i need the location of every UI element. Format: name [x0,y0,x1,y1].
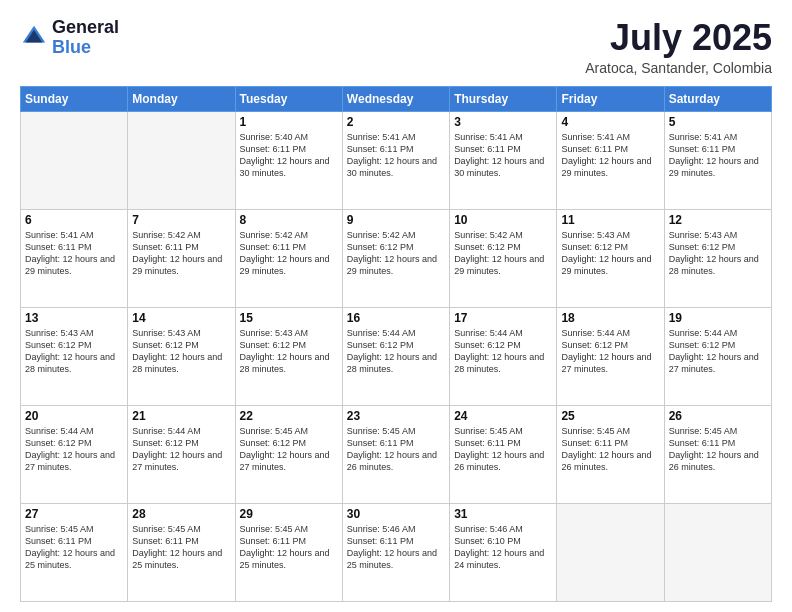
day-cell: 16Sunrise: 5:44 AM Sunset: 6:12 PM Dayli… [342,307,449,405]
day-cell: 20Sunrise: 5:44 AM Sunset: 6:12 PM Dayli… [21,405,128,503]
day-number: 12 [669,213,767,227]
day-info: Sunrise: 5:43 AM Sunset: 6:12 PM Dayligh… [25,327,123,376]
day-cell: 22Sunrise: 5:45 AM Sunset: 6:12 PM Dayli… [235,405,342,503]
day-info: Sunrise: 5:41 AM Sunset: 6:11 PM Dayligh… [561,131,659,180]
day-cell: 11Sunrise: 5:43 AM Sunset: 6:12 PM Dayli… [557,209,664,307]
day-cell: 31Sunrise: 5:46 AM Sunset: 6:10 PM Dayli… [450,503,557,601]
day-cell [557,503,664,601]
day-number: 17 [454,311,552,325]
day-cell: 15Sunrise: 5:43 AM Sunset: 6:12 PM Dayli… [235,307,342,405]
day-number: 9 [347,213,445,227]
day-info: Sunrise: 5:41 AM Sunset: 6:11 PM Dayligh… [347,131,445,180]
day-cell: 8Sunrise: 5:42 AM Sunset: 6:11 PM Daylig… [235,209,342,307]
day-number: 31 [454,507,552,521]
day-number: 8 [240,213,338,227]
day-number: 5 [669,115,767,129]
day-number: 19 [669,311,767,325]
day-number: 24 [454,409,552,423]
weekday-sunday: Sunday [21,86,128,111]
day-info: Sunrise: 5:45 AM Sunset: 6:11 PM Dayligh… [25,523,123,572]
day-number: 18 [561,311,659,325]
day-cell: 28Sunrise: 5:45 AM Sunset: 6:11 PM Dayli… [128,503,235,601]
day-cell [21,111,128,209]
day-number: 22 [240,409,338,423]
day-info: Sunrise: 5:45 AM Sunset: 6:11 PM Dayligh… [132,523,230,572]
day-info: Sunrise: 5:44 AM Sunset: 6:12 PM Dayligh… [25,425,123,474]
day-number: 27 [25,507,123,521]
weekday-wednesday: Wednesday [342,86,449,111]
day-number: 23 [347,409,445,423]
day-info: Sunrise: 5:45 AM Sunset: 6:11 PM Dayligh… [454,425,552,474]
day-info: Sunrise: 5:45 AM Sunset: 6:11 PM Dayligh… [240,523,338,572]
logo: General Blue [20,18,119,58]
day-info: Sunrise: 5:43 AM Sunset: 6:12 PM Dayligh… [240,327,338,376]
day-number: 16 [347,311,445,325]
day-cell: 2Sunrise: 5:41 AM Sunset: 6:11 PM Daylig… [342,111,449,209]
logo-blue: Blue [52,38,119,58]
day-info: Sunrise: 5:45 AM Sunset: 6:11 PM Dayligh… [669,425,767,474]
day-cell: 26Sunrise: 5:45 AM Sunset: 6:11 PM Dayli… [664,405,771,503]
day-info: Sunrise: 5:45 AM Sunset: 6:11 PM Dayligh… [561,425,659,474]
day-info: Sunrise: 5:43 AM Sunset: 6:12 PM Dayligh… [561,229,659,278]
day-info: Sunrise: 5:44 AM Sunset: 6:12 PM Dayligh… [669,327,767,376]
day-info: Sunrise: 5:40 AM Sunset: 6:11 PM Dayligh… [240,131,338,180]
day-cell: 7Sunrise: 5:42 AM Sunset: 6:11 PM Daylig… [128,209,235,307]
week-row-0: 1Sunrise: 5:40 AM Sunset: 6:11 PM Daylig… [21,111,772,209]
day-cell: 18Sunrise: 5:44 AM Sunset: 6:12 PM Dayli… [557,307,664,405]
month-year: July 2025 [585,18,772,58]
day-info: Sunrise: 5:41 AM Sunset: 6:11 PM Dayligh… [454,131,552,180]
day-cell: 21Sunrise: 5:44 AM Sunset: 6:12 PM Dayli… [128,405,235,503]
day-info: Sunrise: 5:44 AM Sunset: 6:12 PM Dayligh… [347,327,445,376]
day-number: 20 [25,409,123,423]
weekday-saturday: Saturday [664,86,771,111]
day-number: 4 [561,115,659,129]
day-number: 21 [132,409,230,423]
day-number: 25 [561,409,659,423]
day-info: Sunrise: 5:45 AM Sunset: 6:11 PM Dayligh… [347,425,445,474]
day-info: Sunrise: 5:45 AM Sunset: 6:12 PM Dayligh… [240,425,338,474]
day-cell [128,111,235,209]
day-cell: 24Sunrise: 5:45 AM Sunset: 6:11 PM Dayli… [450,405,557,503]
day-number: 3 [454,115,552,129]
day-number: 7 [132,213,230,227]
day-cell: 6Sunrise: 5:41 AM Sunset: 6:11 PM Daylig… [21,209,128,307]
day-cell: 30Sunrise: 5:46 AM Sunset: 6:11 PM Dayli… [342,503,449,601]
location: Aratoca, Santander, Colombia [585,60,772,76]
logo-icon [20,23,48,51]
day-cell: 14Sunrise: 5:43 AM Sunset: 6:12 PM Dayli… [128,307,235,405]
weekday-thursday: Thursday [450,86,557,111]
day-number: 10 [454,213,552,227]
day-number: 1 [240,115,338,129]
title-block: July 2025 Aratoca, Santander, Colombia [585,18,772,76]
page: General Blue July 2025 Aratoca, Santande… [0,0,792,612]
weekday-friday: Friday [557,86,664,111]
day-number: 29 [240,507,338,521]
week-row-1: 6Sunrise: 5:41 AM Sunset: 6:11 PM Daylig… [21,209,772,307]
day-info: Sunrise: 5:46 AM Sunset: 6:11 PM Dayligh… [347,523,445,572]
day-info: Sunrise: 5:42 AM Sunset: 6:12 PM Dayligh… [347,229,445,278]
day-number: 2 [347,115,445,129]
day-info: Sunrise: 5:41 AM Sunset: 6:11 PM Dayligh… [25,229,123,278]
day-cell: 12Sunrise: 5:43 AM Sunset: 6:12 PM Dayli… [664,209,771,307]
day-cell: 10Sunrise: 5:42 AM Sunset: 6:12 PM Dayli… [450,209,557,307]
week-row-3: 20Sunrise: 5:44 AM Sunset: 6:12 PM Dayli… [21,405,772,503]
calendar-table: SundayMondayTuesdayWednesdayThursdayFrid… [20,86,772,602]
day-info: Sunrise: 5:44 AM Sunset: 6:12 PM Dayligh… [454,327,552,376]
week-row-4: 27Sunrise: 5:45 AM Sunset: 6:11 PM Dayli… [21,503,772,601]
day-cell: 19Sunrise: 5:44 AM Sunset: 6:12 PM Dayli… [664,307,771,405]
weekday-tuesday: Tuesday [235,86,342,111]
day-cell: 4Sunrise: 5:41 AM Sunset: 6:11 PM Daylig… [557,111,664,209]
day-cell: 23Sunrise: 5:45 AM Sunset: 6:11 PM Dayli… [342,405,449,503]
day-number: 15 [240,311,338,325]
logo-text: General Blue [52,18,119,58]
day-number: 13 [25,311,123,325]
day-info: Sunrise: 5:44 AM Sunset: 6:12 PM Dayligh… [561,327,659,376]
day-number: 11 [561,213,659,227]
day-info: Sunrise: 5:43 AM Sunset: 6:12 PM Dayligh… [132,327,230,376]
day-cell: 5Sunrise: 5:41 AM Sunset: 6:11 PM Daylig… [664,111,771,209]
day-number: 26 [669,409,767,423]
day-number: 6 [25,213,123,227]
day-number: 14 [132,311,230,325]
day-cell: 25Sunrise: 5:45 AM Sunset: 6:11 PM Dayli… [557,405,664,503]
logo-general: General [52,18,119,38]
